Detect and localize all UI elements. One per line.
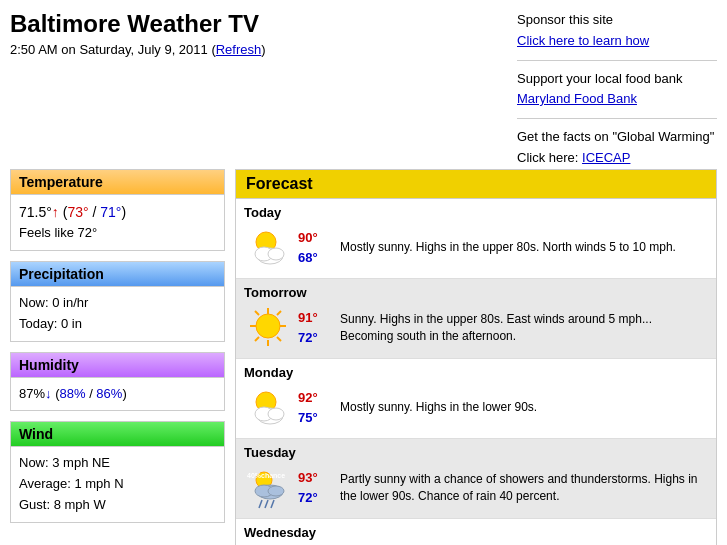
- precip-today: Today: 0 in: [19, 314, 216, 335]
- divider2: [517, 118, 717, 119]
- forecast-low: 75°: [298, 408, 334, 428]
- precipitation-widget: Precipitation Now: 0 in/hr Today: 0 in: [10, 261, 225, 342]
- temperature-widget: Temperature 71.5°↑ (73° / 71°) Feels lik…: [10, 169, 225, 251]
- forecast-icon: [244, 224, 292, 272]
- forecast-temps: 92° 75°: [298, 388, 334, 427]
- svg-line-23: [271, 500, 274, 508]
- feels-like: Feels like 72°: [19, 223, 216, 244]
- humidity-arrow: ↓: [45, 386, 52, 401]
- forecast-day-name: Tuesday: [244, 445, 708, 460]
- forecast-day-name: Tomorrow: [244, 285, 708, 300]
- temperature-header: Temperature: [11, 170, 224, 195]
- forecast-row: Tuesday 40%chance 93° 72° Partly sunny w…: [236, 439, 716, 519]
- forecast-row: Monday 92° 75° Mostly sunny. Highs in th…: [236, 359, 716, 439]
- forecast-temps: 93° 72°: [298, 468, 334, 507]
- wind-average: Average: 1 mph N: [19, 474, 216, 495]
- humidity-widget: Humidity 87%↓ (88% / 86%): [10, 352, 225, 412]
- forecast-title: Forecast: [236, 170, 716, 199]
- svg-line-11: [277, 311, 281, 315]
- sponsor-link1[interactable]: Click here to learn how: [517, 33, 649, 48]
- temp-current: 71.5°: [19, 204, 52, 220]
- forecast-icon: 40%chance: [244, 464, 292, 512]
- forecast-day-name: Wednesday: [244, 525, 708, 540]
- forecast-icon: [244, 384, 292, 432]
- svg-line-21: [259, 500, 262, 508]
- forecast-day-name: Monday: [244, 365, 708, 380]
- svg-point-20: [268, 486, 284, 496]
- svg-text:40%chance: 40%chance: [247, 472, 285, 479]
- forecast-icon: [244, 304, 292, 352]
- sponsor-link3[interactable]: ICECAP: [582, 150, 630, 165]
- humidity-high: 88%: [59, 386, 85, 401]
- svg-line-22: [265, 500, 268, 508]
- wind-now: Now: 3 mph NE: [19, 453, 216, 474]
- forecast-high: 91°: [298, 308, 334, 328]
- forecast-low: 68°: [298, 248, 334, 268]
- humidity-low: 86%: [96, 386, 122, 401]
- svg-line-10: [277, 337, 281, 341]
- precipitation-body: Now: 0 in/hr Today: 0 in: [11, 287, 224, 341]
- forecast-day-info: Today 90° 68° Mostly sunny. Highs in the…: [244, 205, 708, 272]
- wind-header: Wind: [11, 422, 224, 447]
- forecast-day-info: Monday 92° 75° Mostly sunny. Highs in th…: [244, 365, 708, 432]
- sponsor-line3-suffix: Click here:: [517, 150, 578, 165]
- forecast-low: 72°: [298, 488, 334, 508]
- humidity-body: 87%↓ (88% / 86%): [11, 378, 224, 411]
- temp-arrow: ↑: [52, 204, 59, 220]
- widgets-column: Temperature 71.5°↑ (73° / 71°) Feels lik…: [10, 169, 225, 533]
- wind-body: Now: 3 mph NE Average: 1 mph N Gust: 8 m…: [11, 447, 224, 521]
- svg-point-4: [256, 314, 280, 338]
- svg-line-12: [255, 337, 259, 341]
- temperature-value: 71.5°↑ (73° / 71°): [19, 201, 216, 223]
- datetime-label: 2:50 AM on Saturday, July 9, 2011: [10, 42, 208, 57]
- forecast-day-info: Wednesday 87° 70° Mostly sunny. Highs in…: [244, 525, 708, 545]
- svg-line-9: [255, 311, 259, 315]
- sponsor-link2[interactable]: Maryland Food Bank: [517, 91, 637, 106]
- precip-now: Now: 0 in/hr: [19, 293, 216, 314]
- wind-widget: Wind Now: 3 mph NE Average: 1 mph N Gust…: [10, 421, 225, 522]
- refresh-link[interactable]: Refresh: [216, 42, 262, 57]
- page-subtitle: 2:50 AM on Saturday, July 9, 2011 (Refre…: [10, 42, 266, 57]
- forecast-description: Mostly sunny. Highs in the upper 80s. No…: [340, 239, 708, 256]
- temp-high: 73°: [67, 204, 88, 220]
- sponsor-line2: Support your local food bank: [517, 69, 717, 90]
- forecast-row: Today 90° 68° Mostly sunny. Highs in the…: [236, 199, 716, 279]
- precipitation-header: Precipitation: [11, 262, 224, 287]
- divider1: [517, 60, 717, 61]
- forecast-container: Forecast Today 90° 68° Mostly sunny. Hig…: [235, 169, 717, 545]
- page-title: Baltimore Weather TV: [10, 10, 266, 38]
- forecast-day-info: Tuesday 40%chance 93° 72° Partly sunny w…: [244, 445, 708, 512]
- svg-point-3: [268, 248, 284, 260]
- forecast-description: Partly sunny with a chance of showers an…: [340, 471, 708, 505]
- forecast-low: 72°: [298, 328, 334, 348]
- sponsor-line3b: Click here: ICECAP: [517, 148, 717, 169]
- sponsor-line3: Get the facts on "Global Warming": [517, 127, 717, 148]
- forecast-day-name: Today: [244, 205, 708, 220]
- forecast-high: 92°: [298, 388, 334, 408]
- forecast-temps: 90° 68°: [298, 228, 334, 267]
- forecast-description: Sunny. Highs in the upper 80s. East wind…: [340, 311, 708, 345]
- temp-low: 71°: [100, 204, 121, 220]
- humidity-value: 87%↓ (88% / 86%): [19, 384, 216, 405]
- sponsor-section: Sponsor this site Click here to learn ho…: [517, 10, 717, 169]
- forecast-high: 90°: [298, 228, 334, 248]
- temperature-body: 71.5°↑ (73° / 71°) Feels like 72°: [11, 195, 224, 250]
- humidity-header: Humidity: [11, 353, 224, 378]
- sponsor-line1: Sponsor this site: [517, 10, 717, 31]
- forecast-row: Wednesday 87° 70° Mostly sunny. Highs in…: [236, 519, 716, 545]
- humidity-current: 87%: [19, 386, 45, 401]
- forecast-day-info: Tomorrow 91° 72° Sunny. Highs in the upp…: [244, 285, 708, 352]
- forecast-row: Tomorrow 91° 72° Sunny. Highs in the upp…: [236, 279, 716, 359]
- forecast-high: 93°: [298, 468, 334, 488]
- wind-gust: Gust: 8 mph W: [19, 495, 216, 516]
- svg-point-16: [268, 408, 284, 420]
- forecast-description: Mostly sunny. Highs in the lower 90s.: [340, 399, 708, 416]
- forecast-section: Forecast Today 90° 68° Mostly sunny. Hig…: [235, 169, 717, 545]
- forecast-temps: 91° 72°: [298, 308, 334, 347]
